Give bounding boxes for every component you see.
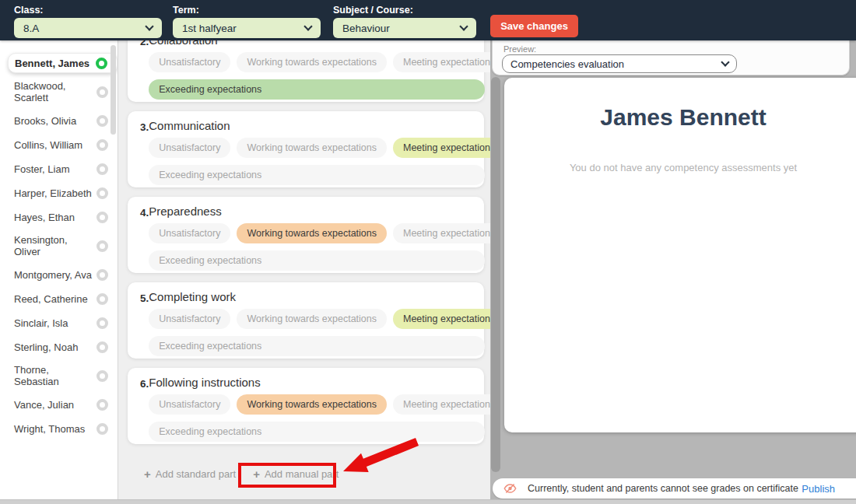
student-list-item[interactable]: Vance, Julian [0, 394, 118, 415]
status-ring-icon [96, 187, 108, 199]
status-ring-icon [96, 399, 108, 411]
add-standard-part-label: Add standard part [156, 468, 236, 480]
window-bottom-edge [0, 499, 856, 504]
add-part-actions: + Add standard part + Add manual part [144, 467, 339, 481]
student-list-item[interactable]: Montgomery, Ava [0, 264, 118, 285]
rating-option-pill[interactable]: Meeting expectations [393, 223, 505, 243]
subject-label: Subject / Course: [333, 5, 476, 16]
subject-select[interactable]: Behaviour [333, 18, 476, 38]
rating-option-pill[interactable]: Exceeding expectations [149, 422, 485, 442]
student-list-item[interactable]: Kensington, Oliver [0, 231, 118, 261]
part-number: 4. [140, 205, 149, 265]
student-name: Bennett, James [15, 58, 96, 69]
chevron-down-icon [303, 22, 312, 30]
part-card: 5.Completing work···UnsatisfactoryWorkin… [128, 282, 484, 359]
student-list-item[interactable]: Thorne, Sebastian [0, 361, 118, 390]
term-select[interactable]: 1st halfyear [173, 18, 321, 38]
student-list-item[interactable]: Wright, Thomas [0, 418, 118, 439]
status-ring-icon [96, 293, 108, 305]
rating-option-pill[interactable]: Working towards expectations [237, 394, 387, 415]
status-ring-icon [96, 212, 108, 223]
parts-column: 2.Collaboration···UnsatisfactoryWorking … [118, 0, 490, 499]
student-list-item[interactable]: Bennett, James [8, 53, 118, 73]
term-group: Term: 1st halfyear [173, 5, 321, 38]
preview-scrollbar[interactable] [491, 77, 500, 472]
preview-template-select[interactable]: Competencies evaluation [502, 54, 737, 73]
student-list-item[interactable]: Sterling, Noah [0, 337, 118, 357]
rating-option-pill[interactable]: Unsatisfactory [149, 52, 230, 72]
part-number: 6. [140, 376, 149, 436]
visibility-status-message: Currently, student and parents cannot se… [528, 483, 798, 494]
rating-option-pill[interactable]: Unsatisfactory [149, 394, 230, 415]
class-label: Class: [14, 5, 162, 16]
class-select[interactable]: 8.A [14, 18, 162, 38]
part-title: Communication [149, 119, 230, 132]
student-list-item[interactable]: Brooks, Olivia [0, 110, 118, 131]
rating-option-pill[interactable]: Unsatisfactory [149, 223, 230, 243]
save-changes-button[interactable]: Save changes [490, 15, 578, 37]
publish-status-bar: Currently, student and parents cannot se… [493, 478, 856, 499]
rating-option-pill[interactable]: Exceeding expectations [149, 250, 485, 271]
student-name: Sterling, Noah [14, 341, 96, 353]
rating-option-pill[interactable]: Unsatisfactory [149, 138, 230, 158]
add-standard-part-button[interactable]: + Add standard part [144, 467, 236, 481]
student-list: Bennett, JamesBlackwood, ScarlettBrooks,… [0, 40, 118, 439]
certificate-student-name: James Bennett [504, 104, 856, 131]
student-list-item[interactable]: Blackwood, Scarlett [0, 77, 118, 107]
add-manual-part-button[interactable]: + Add manual part [253, 467, 339, 481]
rating-option-pill[interactable]: Unsatisfactory [149, 309, 230, 329]
term-label: Term: [173, 5, 321, 16]
status-ring-icon [96, 86, 108, 98]
rating-option-pill[interactable]: Meeting expectations [393, 394, 505, 415]
certificate-empty-message: You do not have any competency assessmen… [504, 162, 856, 173]
status-ring-icon [96, 317, 108, 329]
plus-icon: + [253, 467, 260, 481]
rating-option-pill[interactable]: Meeting expectations [393, 138, 505, 158]
student-name: Hayes, Ethan [14, 212, 96, 223]
student-name: Montgomery, Ava [14, 269, 96, 281]
eye-off-icon [503, 483, 517, 494]
subject-group: Subject / Course: Behaviour [333, 5, 476, 38]
rating-option-pill[interactable]: Exceeding expectations [149, 336, 485, 356]
term-value: 1st halfyear [182, 23, 237, 34]
preview-panel: Preview: Competencies evaluation [492, 40, 850, 75]
chevron-down-icon [721, 58, 729, 66]
part-title: Preparedness [149, 205, 221, 218]
student-name: Foster, Liam [14, 163, 96, 175]
status-ring-icon [96, 341, 108, 353]
part-title: Following instructions [149, 376, 260, 389]
student-list-item[interactable]: Reed, Catherine [0, 289, 118, 309]
sidebar-scrollbar[interactable] [111, 45, 116, 135]
rating-option-pill[interactable]: Meeting expectations [393, 309, 505, 329]
status-ring-selected-icon [96, 58, 107, 69]
status-ring-icon [96, 139, 108, 151]
part-card: 3.Communication···UnsatisfactoryWorking … [128, 111, 484, 187]
student-name: Thorne, Sebastian [14, 364, 96, 387]
student-list-item[interactable]: Foster, Liam [0, 159, 118, 179]
rating-option-pill[interactable]: Exceeding expectations [149, 79, 485, 100]
status-ring-icon [96, 240, 108, 252]
status-ring-icon [96, 163, 108, 175]
rating-option-pill[interactable]: Meeting expectations [393, 52, 505, 72]
student-name: Blackwood, Scarlett [14, 80, 96, 103]
top-toolbar: Class: 8.A Term: 1st halfyear Subject / … [0, 0, 856, 40]
student-name: Vance, Julian [14, 399, 96, 411]
rating-option-pill[interactable]: Working towards expectations [237, 138, 387, 158]
chevron-down-icon [459, 22, 468, 30]
rating-option-pill[interactable]: Exceeding expectations [149, 165, 485, 185]
status-ring-icon [96, 269, 108, 281]
student-list-item[interactable]: Harper, Elizabeth [0, 183, 118, 203]
preview-label: Preview: [503, 44, 536, 54]
student-list-item[interactable]: Hayes, Ethan [0, 207, 118, 227]
student-list-item[interactable]: Collins, William [0, 135, 118, 155]
publish-link[interactable]: Publish [802, 483, 835, 495]
subject-value: Behaviour [342, 23, 390, 34]
student-list-item[interactable]: Sinclair, Isla [0, 313, 118, 333]
student-name: Harper, Elizabeth [14, 187, 96, 199]
student-name: Brooks, Olivia [14, 115, 96, 127]
rating-option-pill[interactable]: Working towards expectations [237, 223, 387, 243]
student-name: Wright, Thomas [14, 423, 96, 435]
parts-list: 2.Collaboration···UnsatisfactoryWorking … [128, 26, 484, 453]
rating-option-pill[interactable]: Working towards expectations [237, 309, 387, 329]
rating-option-pill[interactable]: Working towards expectations [237, 52, 387, 72]
